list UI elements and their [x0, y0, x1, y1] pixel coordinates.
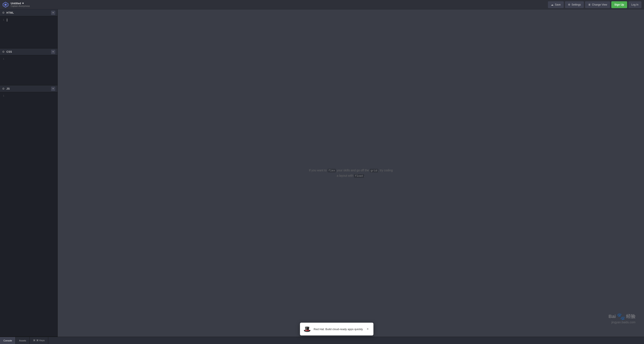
- js-code-area[interactable]: 1: [0, 92, 58, 337]
- hint-code-2: grid: [370, 169, 378, 172]
- html-collapse-button[interactable]: ▾: [51, 11, 55, 15]
- html-panel-title: HTML: [6, 11, 49, 14]
- signup-label: Sign Up: [614, 3, 624, 6]
- red-hat-icon: 🎩: [304, 326, 311, 333]
- code-cursor: [7, 18, 7, 22]
- main-area: ⚙ HTML ▾ 1 ⚙ CSS ▾: [0, 9, 644, 337]
- hint-text-1: If you want to: [309, 169, 328, 172]
- css-gear-icon: ⚙: [2, 50, 5, 53]
- settings-label: Settings: [572, 3, 581, 6]
- signup-button[interactable]: Sign Up: [611, 1, 627, 8]
- keys-tab[interactable]: ⌘ ⌘ Keys: [30, 337, 48, 344]
- chevron-down-icon: ▾: [52, 11, 54, 14]
- css-panel-title: CSS: [6, 50, 49, 53]
- header-actions: ☁ Save ⚙ Settings 🖥 Change View Sign Up …: [548, 1, 642, 8]
- notification-close-button[interactable]: ×: [365, 327, 370, 332]
- line-number: 1: [0, 94, 7, 98]
- hint-text-4: .: [364, 174, 365, 177]
- login-label: Log In: [632, 3, 638, 6]
- preview-hint: If you want to flex your skills and go o…: [308, 168, 394, 179]
- baidu-text-2: 经验: [626, 313, 636, 320]
- app-title: Untitled ✦: [11, 2, 30, 5]
- html-code-area[interactable]: 1: [0, 16, 58, 48]
- keys-tab-label: ⌘ ⌘ Keys: [33, 339, 45, 342]
- js-panel-header: ⚙ JS ▾: [0, 85, 58, 92]
- assets-tab-label: Assets: [19, 339, 26, 342]
- monitor-icon: 🖥: [588, 3, 590, 6]
- html-panel: ⚙ HTML ▾ 1: [0, 9, 58, 48]
- js-panel-title: JS: [6, 87, 49, 90]
- app-logo-icon: [2, 2, 8, 8]
- cloud-icon: ☁: [551, 3, 554, 6]
- change-view-label: Change View: [592, 3, 607, 6]
- line-number: 1: [0, 18, 7, 22]
- code-line: 1: [0, 57, 58, 61]
- code-line: 1: [0, 18, 58, 22]
- line-number: 1: [0, 57, 7, 61]
- title-area: Untitled ✦ Captain Anonymous: [11, 2, 30, 8]
- js-panel: ⚙ JS ▾ 1: [0, 85, 58, 337]
- hint-text-2: your skills and go off the: [336, 169, 370, 172]
- chevron-down-icon: ▾: [52, 87, 54, 90]
- app-subtitle: Captain Anonymous: [11, 5, 30, 7]
- app-header: Untitled ✦ Captain Anonymous ☁ Save ⚙ Se…: [0, 0, 644, 9]
- logo-area: Untitled ✦ Captain Anonymous: [2, 2, 30, 8]
- css-code-area[interactable]: 1: [0, 55, 58, 85]
- save-label: Save: [555, 3, 560, 6]
- html-panel-header: ⚙ HTML ▾: [0, 9, 58, 16]
- save-button[interactable]: ☁ Save: [548, 1, 564, 8]
- gear-icon: ⚙: [568, 3, 570, 6]
- chevron-down-icon: ▾: [52, 50, 54, 53]
- baidu-text-1: Bai: [608, 314, 616, 319]
- hint-code-1: flex: [328, 169, 336, 172]
- keyboard-icon: ⌘: [33, 339, 36, 342]
- js-collapse-button[interactable]: ▾: [51, 87, 55, 91]
- notification-text: Red Hat: Build cloud-ready apps quickly: [314, 328, 363, 331]
- login-button[interactable]: Log In: [628, 1, 642, 8]
- baidu-watermark: Bai 🐾 经验 jingyan.baidu.com: [608, 313, 636, 324]
- settings-button[interactable]: ⚙ Settings: [565, 1, 584, 8]
- notification-banner: 🎩 Red Hat: Build cloud-ready apps quickl…: [300, 323, 374, 336]
- svg-point-2: [5, 4, 6, 5]
- css-panel: ⚙ CSS ▾ 1: [0, 48, 58, 85]
- baidu-paw-icon: 🐾: [617, 313, 625, 321]
- css-collapse-button[interactable]: ▾: [51, 50, 55, 54]
- console-tab[interactable]: Console: [0, 337, 16, 344]
- notification-icon-area: 🎩: [304, 325, 311, 333]
- html-gear-icon: ⚙: [2, 11, 5, 14]
- code-line: 1: [0, 94, 58, 98]
- js-gear-icon: ⚙: [2, 87, 5, 90]
- console-tab-label: Console: [4, 339, 12, 342]
- preview-area: If you want to flex your skills and go o…: [58, 9, 644, 337]
- baidu-brand-text: Bai 🐾 经验: [608, 313, 636, 321]
- assets-tab[interactable]: Assets: [16, 337, 30, 344]
- close-icon: ×: [367, 327, 368, 331]
- css-panel-header: ⚙ CSS ▾: [0, 48, 58, 55]
- change-view-button[interactable]: 🖥 Change View: [585, 1, 610, 8]
- left-panel: ⚙ HTML ▾ 1 ⚙ CSS ▾: [0, 9, 58, 337]
- hint-code-3: float: [354, 174, 364, 178]
- bottom-bar: Console Assets ⌘ ⌘ Keys: [0, 337, 644, 344]
- baidu-subtitle: jingyan.baidu.com: [608, 321, 636, 324]
